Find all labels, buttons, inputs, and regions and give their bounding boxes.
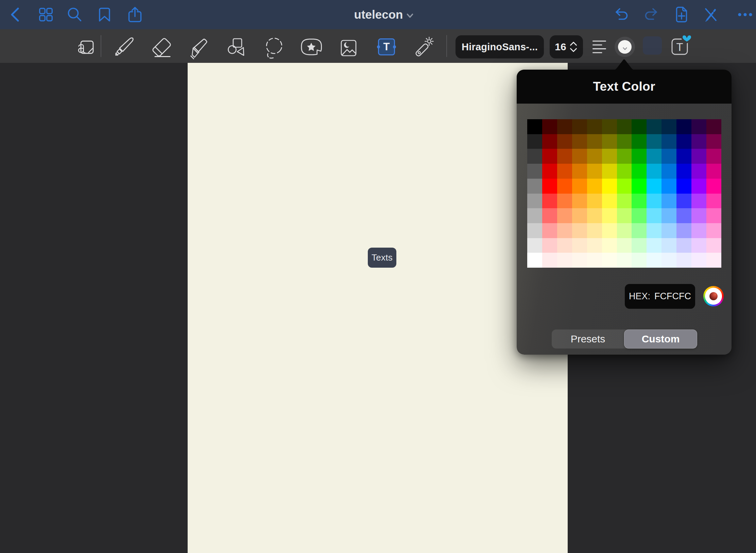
color-cell[interactable] <box>587 238 602 253</box>
color-cell[interactable] <box>706 208 721 223</box>
tab-presets[interactable]: Presets <box>552 329 624 349</box>
color-cell[interactable] <box>542 194 557 209</box>
color-cell[interactable] <box>617 134 632 149</box>
text-align-button[interactable] <box>590 37 608 56</box>
background-color-swatch[interactable] <box>643 36 662 55</box>
color-cell[interactable] <box>587 179 602 194</box>
color-cell[interactable] <box>572 179 587 194</box>
share-button[interactable] <box>126 0 143 29</box>
color-cell[interactable] <box>706 223 721 238</box>
favorite-text-style-button[interactable]: T <box>669 34 693 58</box>
color-cell[interactable] <box>676 119 691 134</box>
color-cell[interactable] <box>662 238 676 253</box>
color-cell[interactable] <box>662 208 676 223</box>
color-cell[interactable] <box>676 223 691 238</box>
color-cell[interactable] <box>602 134 617 149</box>
tool-highlighter[interactable] <box>189 37 208 60</box>
color-cell[interactable] <box>632 119 647 134</box>
color-cell[interactable] <box>632 149 647 164</box>
tool-lasso[interactable] <box>264 37 283 60</box>
color-cell[interactable] <box>587 149 602 164</box>
color-cell[interactable] <box>527 253 542 268</box>
color-cell[interactable] <box>572 119 587 134</box>
color-cell[interactable] <box>632 238 647 253</box>
color-cell[interactable] <box>557 223 572 238</box>
color-cell[interactable] <box>691 208 706 223</box>
color-cell[interactable] <box>587 253 602 268</box>
tool-text-selected[interactable]: T <box>378 38 395 55</box>
color-cell[interactable] <box>706 179 721 194</box>
tool-laser-pointer[interactable] <box>414 37 433 60</box>
color-cell[interactable] <box>632 223 647 238</box>
color-cell[interactable] <box>572 208 587 223</box>
color-cell[interactable] <box>602 194 617 209</box>
color-cell[interactable] <box>691 223 706 238</box>
text-color-swatch-button[interactable] <box>615 37 635 57</box>
color-cell[interactable] <box>557 119 572 134</box>
color-cell[interactable] <box>647 134 662 149</box>
color-cell[interactable] <box>662 164 676 179</box>
color-cell[interactable] <box>527 238 542 253</box>
color-cell[interactable] <box>676 179 691 194</box>
color-wheel-button[interactable] <box>703 286 724 306</box>
color-cell[interactable] <box>602 208 617 223</box>
color-cell[interactable] <box>676 164 691 179</box>
color-cell[interactable] <box>662 253 676 268</box>
color-cell[interactable] <box>617 179 632 194</box>
color-cell[interactable] <box>572 238 587 253</box>
font-size-stepper[interactable]: 16 <box>550 35 583 58</box>
color-cell[interactable] <box>647 164 662 179</box>
color-cell[interactable] <box>662 119 676 134</box>
redo-button[interactable] <box>642 0 660 29</box>
color-cell[interactable] <box>557 253 572 268</box>
color-cell[interactable] <box>572 194 587 209</box>
undo-button[interactable] <box>613 0 631 29</box>
color-cell[interactable] <box>557 194 572 209</box>
color-cell[interactable] <box>617 238 632 253</box>
color-cell[interactable] <box>557 179 572 194</box>
color-cell[interactable] <box>632 194 647 209</box>
color-cell[interactable] <box>602 253 617 268</box>
color-cell[interactable] <box>542 179 557 194</box>
page-thumbnails-button[interactable] <box>38 0 54 29</box>
color-cell[interactable] <box>587 223 602 238</box>
tool-elements[interactable] <box>302 37 321 60</box>
color-cell[interactable] <box>632 208 647 223</box>
color-cell[interactable] <box>542 119 557 134</box>
color-cell[interactable] <box>691 253 706 268</box>
color-cell[interactable] <box>527 194 542 209</box>
color-cell[interactable] <box>676 149 691 164</box>
color-cell[interactable] <box>572 134 587 149</box>
color-cell[interactable] <box>557 208 572 223</box>
color-cell[interactable] <box>527 223 542 238</box>
color-cell[interactable] <box>706 149 721 164</box>
color-cell[interactable] <box>602 164 617 179</box>
color-cell[interactable] <box>662 149 676 164</box>
color-cell[interactable] <box>572 223 587 238</box>
color-cell[interactable] <box>587 134 602 149</box>
color-cell[interactable] <box>542 164 557 179</box>
color-cell[interactable] <box>587 194 602 209</box>
color-cell[interactable] <box>647 238 662 253</box>
color-cell[interactable] <box>691 194 706 209</box>
color-cell[interactable] <box>527 119 542 134</box>
tab-custom[interactable]: Custom <box>624 329 697 349</box>
search-button[interactable] <box>67 0 83 29</box>
color-cell[interactable] <box>542 253 557 268</box>
color-cell[interactable] <box>706 238 721 253</box>
color-cell[interactable] <box>557 164 572 179</box>
color-cell[interactable] <box>632 179 647 194</box>
color-cell[interactable] <box>617 149 632 164</box>
color-cell[interactable] <box>706 164 721 179</box>
tool-image[interactable] <box>339 37 358 60</box>
color-cell[interactable] <box>527 164 542 179</box>
color-cell[interactable] <box>557 149 572 164</box>
color-cell[interactable] <box>691 134 706 149</box>
color-cell[interactable] <box>691 179 706 194</box>
color-cell[interactable] <box>706 194 721 209</box>
color-cell[interactable] <box>542 134 557 149</box>
color-cell[interactable] <box>557 238 572 253</box>
tool-eraser[interactable] <box>152 37 171 60</box>
color-cell[interactable] <box>527 208 542 223</box>
color-cell[interactable] <box>632 253 647 268</box>
